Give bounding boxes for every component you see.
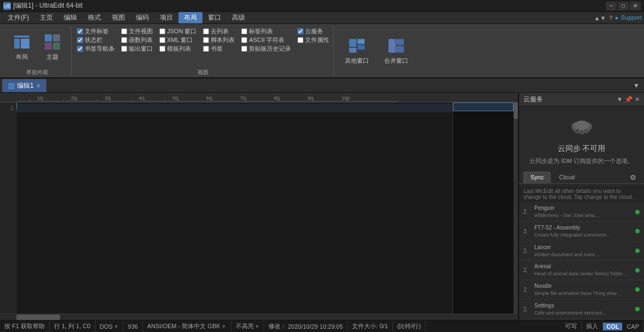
checkbox-tab-list[interactable]: 标签列表 (241, 27, 291, 35)
other-windows-button[interactable]: 其他窗口 (339, 34, 374, 68)
checkbox-file-props[interactable]: 文件属性 (297, 36, 329, 44)
tab-close-button[interactable]: ✕ (36, 83, 40, 89)
title-bar-title: [编辑1] - UltraEdit 64-bit (13, 1, 82, 10)
editor-minimap (452, 102, 518, 313)
checkbox-func-list[interactable]: 函数列表 (121, 36, 153, 44)
layout-button[interactable]: 布局 (8, 30, 36, 64)
svg-rect-13 (396, 46, 404, 52)
minimap-scrollbar[interactable] (514, 102, 518, 313)
menu-home[interactable]: 主页 (34, 12, 58, 23)
status-line-ending-value: DOS (100, 323, 113, 330)
menu-file[interactable]: 文件(F) (2, 12, 34, 23)
ribbon-group-windows: 其他窗口 合并窗口 (335, 26, 418, 76)
status-insert[interactable]: 插入 (582, 321, 603, 332)
cloud-unavailable-desc: 云同步是为 IDM 订阅提供的一个选项。 (529, 157, 634, 165)
tab-label: 编辑1 (17, 81, 34, 90)
status-line-ending-arrow: ▼ (114, 324, 118, 329)
checkbox-bookmark-nav[interactable]: 书签导航条 (77, 45, 115, 53)
cloud-item-5: 2. NoodleSimple file animation base Thin… (519, 280, 644, 300)
ribbon-checkboxes-col3: JSON 窗口 XML 窗口 模板列表 (159, 26, 196, 68)
status-encoding-num-text: 936 (128, 323, 138, 330)
status-position: 行 1, 列 1, C0 (50, 321, 96, 332)
checkbox-statusbar[interactable]: 状态栏 (77, 36, 115, 44)
checkbox-clipboard[interactable]: 剪贴板历史记录 (241, 45, 291, 53)
cloud-item-status-6 (635, 307, 640, 311)
checkbox-template[interactable]: 模板列表 (159, 45, 196, 53)
line-numbers: 1 (0, 102, 16, 313)
menu-advanced[interactable]: 高级 (226, 12, 251, 23)
cloud-item-num-5: 2. (523, 287, 531, 293)
cloud-tab-sync[interactable]: Sync (523, 172, 551, 183)
minimap-thumb (514, 102, 518, 119)
status-writable-text: 可写 (565, 322, 577, 330)
checkbox-xml[interactable]: XML 窗口 (159, 36, 196, 44)
status-cap: CAP (622, 321, 644, 332)
ribbon-group-layout-theme: 布局 主题 界面外观 (3, 26, 71, 76)
menu-project[interactable]: 项目 (154, 12, 178, 23)
cloud-dock-icon[interactable]: 📌 (625, 96, 633, 103)
cloud-tab-cloud[interactable]: Cloud (552, 172, 582, 183)
cloud-tabs: Sync Cloud ⚙ (519, 170, 644, 184)
maximize-button[interactable]: □ (618, 2, 629, 10)
cloud-pin-icon[interactable]: ▼ (617, 96, 623, 103)
status-highlight[interactable]: 不高亮 ▼ (231, 321, 265, 332)
h-scrollbar[interactable] (0, 313, 518, 320)
svg-rect-11 (389, 39, 395, 52)
checkbox-ascii[interactable]: ASCII 字符表 (241, 36, 291, 44)
menu-edit[interactable]: 编辑 (58, 12, 82, 23)
ribbon-checkboxes-col6: 云服务 文件属性 (297, 26, 329, 68)
tab-dropdown-arrow[interactable]: ▼ (631, 82, 642, 89)
ribbon: 布局 主题 界面外观 文件标签 状态栏 书签导航条 (0, 24, 644, 79)
menu-window[interactable]: 窗口 (202, 12, 226, 23)
cloud-close-icon[interactable]: ✕ (635, 96, 640, 103)
checkbox-script[interactable]: 脚本列表 (203, 36, 235, 44)
checkbox-file-view[interactable]: 文件视图 (121, 27, 153, 35)
checkbox-goto[interactable]: 去列表 (203, 27, 235, 35)
minimize-button[interactable]: ─ (606, 2, 617, 10)
svg-rect-9 (357, 45, 365, 50)
theme-label: 主题 (46, 53, 58, 61)
status-col-badge: COL (603, 323, 622, 330)
cloud-panel-body: 云同步 不可用 云同步是为 IDM 订阅提供的一个选项。 Sync Cloud … (519, 107, 644, 320)
main-area: 10 20 30 40 50 60 70 80 90 100 (0, 93, 644, 320)
cloud-item-2: 2. FT7-52 - AssemblyCreate fully integra… (519, 222, 644, 242)
cloud-settings-icon[interactable]: ⚙ (627, 172, 640, 183)
checkbox-file-tabs[interactable]: 文件标签 (77, 27, 115, 35)
menu-view[interactable]: 视图 (106, 12, 130, 23)
checkbox-json[interactable]: JSON 窗口 (159, 27, 196, 35)
checkbox-bookmark[interactable]: 书签 (203, 45, 235, 53)
checkbox-output[interactable]: 输出窗口 (121, 45, 153, 53)
status-filesize-text: 文件大小: 0/1 (352, 322, 387, 330)
menu-format[interactable]: 格式 (82, 12, 106, 23)
status-encoding[interactable]: ANSI/OEM - 简体中文 GBK ▼ (143, 321, 231, 332)
editor-text-container (16, 102, 452, 313)
cloud-item-text-6: SettingsCafe and environment services… (534, 302, 632, 317)
h-scrollbar-thumb[interactable] (16, 315, 60, 320)
status-highlight-arrow: ▼ (255, 324, 260, 329)
title-bar-controls: ─ □ ✕ (606, 2, 641, 10)
merge-windows-button[interactable]: 合并窗口 (379, 34, 414, 68)
svg-rect-0 (14, 35, 29, 38)
status-encoding-dropdown[interactable]: ANSI/OEM - 简体中文 GBK ▼ (147, 322, 226, 330)
menu-layout[interactable]: 布局 (178, 12, 202, 23)
ruler-inner: 10 20 30 40 50 60 70 80 90 100 (16, 93, 518, 102)
editor-tab-1[interactable]: 编辑1 ✕ (2, 79, 46, 92)
menu-encoding[interactable]: 编码 (130, 12, 154, 23)
cloud-item-text-5: NoodleSimple file animation base Thing s… (534, 282, 632, 297)
checkbox-cloud[interactable]: 云服务 (297, 27, 329, 35)
theme-button[interactable]: 主题 (38, 30, 67, 64)
status-line-ending[interactable]: DOS ▼ (96, 321, 124, 332)
cloud-item-num-1: 2. (523, 209, 531, 215)
layout-group-label: 界面外观 (26, 68, 48, 76)
ribbon-checkboxes-col1: 文件标签 状态栏 书签导航条 (77, 26, 115, 68)
editor-textarea[interactable] (16, 102, 452, 313)
svg-rect-1 (14, 39, 20, 49)
ribbon-checkboxes-col2: 文件视图 函数列表 输出窗口 (121, 26, 153, 68)
svg-rect-7 (349, 39, 356, 46)
status-line-ending-dropdown[interactable]: DOS ▼ (100, 323, 119, 330)
close-button[interactable]: ✕ (630, 2, 641, 10)
menu-support[interactable]: ▸ Support (616, 14, 642, 21)
status-encoding-arrow: ▼ (222, 324, 226, 329)
cloud-item-status-2 (635, 229, 640, 233)
status-highlight-dropdown[interactable]: 不高亮 ▼ (236, 322, 260, 330)
